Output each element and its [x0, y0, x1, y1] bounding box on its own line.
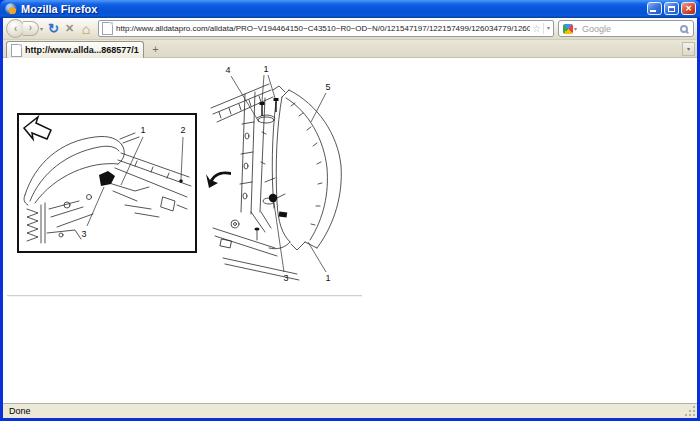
status-text: Done	[9, 406, 31, 416]
callout-label: 4	[225, 65, 230, 75]
main-callouts: 4 1 5 3 1	[225, 64, 330, 283]
stop-button[interactable]: ✕	[62, 22, 77, 35]
maximize-button[interactable]	[664, 2, 679, 15]
close-button[interactable]: ✕	[681, 2, 696, 15]
callout-label: 2	[180, 125, 185, 135]
search-magnifier-icon[interactable]	[680, 25, 688, 33]
new-tab-button[interactable]: +	[148, 43, 163, 56]
google-icon[interactable]	[563, 24, 573, 34]
page-icon	[102, 22, 113, 35]
adjuster-knob	[269, 194, 277, 202]
tab-label: http://www.allda...868577/160748147	[25, 45, 139, 55]
tab-favicon	[11, 44, 22, 57]
firefox-icon	[5, 3, 17, 15]
callout-label: 5	[325, 82, 330, 92]
tab-active[interactable]: http://www.allda...868577/160748147	[6, 41, 144, 58]
callout-label: 1	[140, 125, 145, 135]
callout-label: 3	[81, 229, 86, 239]
minimize-icon	[650, 10, 656, 12]
window-title: Mozilla Firefox	[21, 0, 97, 18]
history-dropdown-icon[interactable]: ▾	[40, 25, 43, 32]
navigation-toolbar: ‹ › ▾ ↻ ✕ ⌂ ☆ ▾ ▾	[3, 18, 697, 40]
search-engine-dropdown-icon[interactable]: ▾	[574, 25, 577, 32]
minimize-button[interactable]	[647, 2, 662, 15]
inset-diagram: 1 2 3	[17, 113, 197, 253]
search-box[interactable]: ▾	[558, 20, 694, 37]
curved-arrow-icon	[206, 171, 231, 188]
bookmark-star-icon[interactable]: ☆	[532, 21, 541, 36]
callout-label: 1	[263, 64, 268, 74]
tab-bar: http://www.allda...868577/160748147 + ▾	[3, 40, 697, 58]
list-all-tabs-button[interactable]: ▾	[682, 42, 695, 56]
page-content: 1 2 3	[3, 58, 697, 403]
url-dropdown-icon[interactable]: ▾	[543, 23, 550, 34]
frame-linework	[211, 84, 299, 280]
headlamp-housing-linework	[263, 86, 341, 250]
forward-button[interactable]: ›	[23, 21, 39, 36]
resize-grip[interactable]	[684, 405, 695, 416]
horizontal-divider	[7, 295, 362, 297]
callout-label: 3	[283, 273, 288, 283]
search-input[interactable]	[580, 24, 680, 34]
url-bar[interactable]: ☆ ▾	[98, 20, 554, 37]
home-button[interactable]: ⌂	[78, 20, 94, 38]
window-controls: ✕	[647, 2, 696, 15]
status-bar: Done	[3, 403, 697, 418]
browser-frame: ‹ › ▾ ↻ ✕ ⌂ ☆ ▾ ▾ http://www.al	[3, 18, 697, 418]
url-input[interactable]	[116, 24, 530, 33]
headlamp-diagram: 4 1 5 3 1	[205, 62, 357, 286]
titlebar[interactable]: Mozilla Firefox ✕	[0, 0, 700, 18]
maximize-icon	[668, 6, 675, 12]
callout-label: 1	[325, 273, 330, 283]
reload-button[interactable]: ↻	[46, 21, 61, 36]
